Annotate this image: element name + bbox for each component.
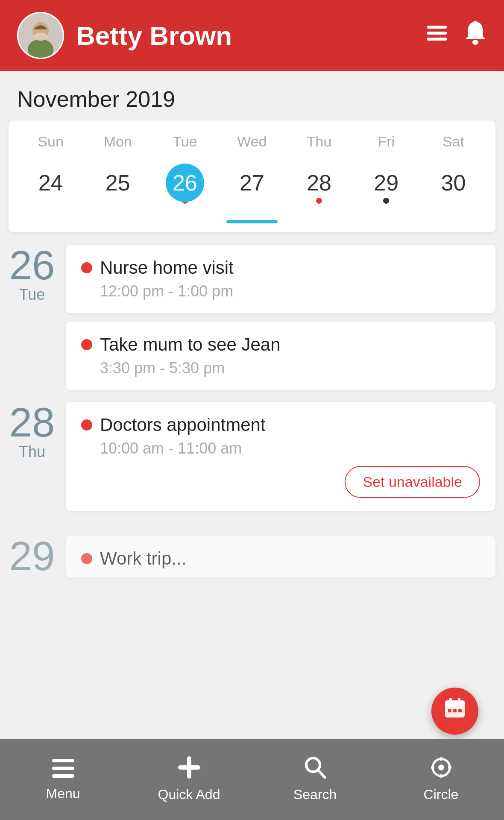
circle-icon bbox=[430, 756, 452, 782]
partial-date-num: 29 bbox=[9, 536, 56, 577]
svg-rect-20 bbox=[52, 759, 74, 762]
event-card-mum: Take mum to see Jean 3:30 pm - 5:30 pm bbox=[66, 322, 495, 390]
nav-circle-label: Circle bbox=[424, 787, 459, 802]
bottom-nav: Menu Quick Add Search bbox=[0, 739, 504, 820]
svg-rect-15 bbox=[449, 698, 452, 704]
calendar-date-27[interactable]: 27 bbox=[218, 160, 285, 212]
event-dot-doctor bbox=[81, 419, 92, 430]
svg-rect-21 bbox=[52, 767, 74, 770]
calendar-date-30[interactable]: 30 bbox=[420, 160, 487, 212]
event-title-row-nurse: Nurse home visit bbox=[81, 258, 480, 278]
svg-rect-24 bbox=[178, 765, 200, 770]
event-title-row-mum: Take mum to see Jean bbox=[81, 334, 480, 355]
svg-rect-10 bbox=[427, 38, 431, 41]
nav-search[interactable]: Search bbox=[252, 739, 378, 820]
avatar bbox=[17, 12, 64, 59]
event-card-footer-doctor: Set unavailable bbox=[81, 466, 480, 498]
calendar-card: Sun Mon Tue Wed Thu Fri Sat 24 25 26 27 … bbox=[9, 120, 495, 232]
event-dot-nurse bbox=[81, 262, 92, 273]
nav-search-label: Search bbox=[293, 787, 337, 802]
fab-button[interactable] bbox=[431, 688, 478, 735]
partial-dot bbox=[81, 553, 92, 564]
header-icons bbox=[425, 20, 487, 51]
svg-point-31 bbox=[431, 766, 434, 769]
calendar-date-24[interactable]: 24 bbox=[17, 160, 84, 212]
list-icon[interactable] bbox=[425, 21, 448, 50]
bell-icon[interactable] bbox=[464, 20, 487, 51]
calendar-date-26[interactable]: 26 bbox=[151, 160, 218, 212]
calendar-dates: 24 25 26 27 28 29 30 bbox=[17, 160, 487, 212]
set-unavailable-button[interactable]: Set unavailable bbox=[345, 466, 480, 498]
svg-point-11 bbox=[472, 40, 478, 45]
svg-point-4 bbox=[33, 32, 48, 41]
search-icon bbox=[305, 756, 326, 782]
calendar-date-29[interactable]: 29 bbox=[353, 160, 420, 212]
day-name-sat: Sat bbox=[420, 133, 487, 150]
event-date-label-26: 26 Tue bbox=[9, 245, 56, 304]
event-day-name-26: Tue bbox=[9, 286, 56, 304]
svg-rect-8 bbox=[427, 26, 431, 29]
svg-rect-19 bbox=[458, 709, 462, 712]
event-day-name-28: Thu bbox=[9, 443, 56, 461]
event-time-mum: 3:30 pm - 5:30 pm bbox=[100, 359, 480, 377]
nav-menu[interactable]: Menu bbox=[0, 739, 126, 820]
event-cards-26: Nurse home visit 12:00 pm - 1:00 pm Take… bbox=[66, 245, 495, 390]
svg-point-28 bbox=[438, 764, 444, 770]
calendar-date-28[interactable]: 28 bbox=[286, 160, 353, 212]
calendar-day-names: Sun Mon Tue Wed Thu Fri Sat bbox=[17, 133, 487, 150]
svg-line-26 bbox=[318, 770, 325, 778]
user-name: Betty Brown bbox=[76, 20, 232, 51]
events-section: 26 Tue Nurse home visit 12:00 pm - 1:00 … bbox=[0, 232, 504, 536]
day-name-wed: Wed bbox=[218, 133, 285, 150]
event-day-28: 28 Thu Doctors appointment 10:00 am - 11… bbox=[9, 402, 495, 511]
nav-circle[interactable]: Circle bbox=[378, 739, 504, 820]
nav-menu-label: Menu bbox=[46, 786, 80, 802]
event-date-label-28: 28 Thu bbox=[9, 402, 56, 461]
day-name-sun: Sun bbox=[17, 133, 84, 150]
day-name-fri: Fri bbox=[353, 133, 420, 150]
event-title-mum: Take mum to see Jean bbox=[100, 334, 281, 355]
event-time-nurse: 12:00 pm - 1:00 pm bbox=[100, 282, 480, 300]
event-time-doctor: 10:00 am - 11:00 am bbox=[100, 439, 480, 457]
svg-rect-18 bbox=[453, 709, 457, 712]
event-card-nurse: Nurse home visit 12:00 pm - 1:00 pm bbox=[66, 245, 495, 313]
svg-point-32 bbox=[448, 766, 451, 769]
event-title-nurse: Nurse home visit bbox=[100, 258, 234, 278]
partial-card: Work trip... bbox=[66, 536, 495, 577]
quick-add-icon bbox=[178, 756, 200, 782]
header-left: Betty Brown bbox=[17, 12, 232, 59]
svg-rect-9 bbox=[427, 32, 431, 35]
day-name-mon: Mon bbox=[84, 133, 151, 150]
svg-point-29 bbox=[440, 757, 443, 761]
calendar-scroll-indicator bbox=[226, 220, 278, 223]
menu-icon bbox=[52, 758, 74, 782]
partial-date-label: 29 bbox=[9, 536, 56, 577]
event-date-num-26: 26 bbox=[9, 245, 56, 286]
event-title-row-doctor: Doctors appointment bbox=[81, 415, 480, 435]
svg-rect-17 bbox=[448, 709, 451, 712]
svg-rect-22 bbox=[52, 774, 74, 778]
event-title-doctor: Doctors appointment bbox=[100, 415, 266, 435]
partial-event-29: 29 Work trip... bbox=[9, 536, 495, 577]
svg-rect-14 bbox=[445, 700, 465, 706]
event-date-num-28: 28 bbox=[9, 402, 56, 443]
fab-calendar-icon bbox=[443, 697, 466, 725]
partial-title-row: Work trip... bbox=[81, 548, 480, 569]
event-card-doctor: Doctors appointment 10:00 am - 11:00 am … bbox=[66, 402, 495, 511]
partial-title: Work trip... bbox=[100, 548, 186, 569]
svg-rect-16 bbox=[458, 698, 460, 704]
nav-quick-add-label: Quick Add bbox=[158, 787, 220, 802]
event-cards-28: Doctors appointment 10:00 am - 11:00 am … bbox=[66, 402, 495, 511]
calendar-date-25[interactable]: 25 bbox=[84, 160, 151, 212]
nav-quick-add[interactable]: Quick Add bbox=[126, 739, 252, 820]
event-day-26: 26 Tue Nurse home visit 12:00 pm - 1:00 … bbox=[9, 245, 495, 390]
day-name-thu: Thu bbox=[286, 133, 353, 150]
header: Betty Brown bbox=[0, 0, 504, 71]
month-title: November 2019 bbox=[0, 71, 504, 120]
svg-point-30 bbox=[440, 774, 443, 778]
day-name-tue: Tue bbox=[151, 133, 218, 150]
event-dot-mum bbox=[81, 339, 92, 350]
svg-rect-12 bbox=[473, 21, 478, 23]
